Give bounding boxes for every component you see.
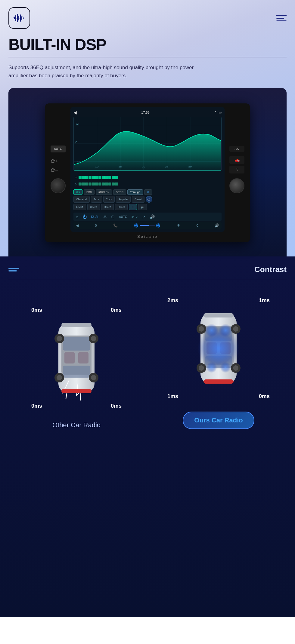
svg-point-50	[199, 365, 204, 371]
contrast-divider	[8, 279, 287, 279]
volume-icon-right[interactable]: 🔊	[150, 214, 155, 219]
screen-top-bar: ◀ 17:55 ⌃ ▭	[73, 110, 222, 115]
screen-status-icons: ⌃ ▭	[214, 111, 222, 115]
bottom-nav-icons: ⌂ ⏻ DUAL ❄ ⊙ AUTO 34°C ↗ 🔊	[76, 214, 155, 219]
eq-plus-button[interactable]: ⊕	[144, 189, 152, 195]
other-timing-top-right: 0ms	[111, 307, 122, 313]
classical-button[interactable]: Classical	[73, 196, 90, 203]
car-icon-button[interactable]: 🚗	[229, 156, 244, 164]
zero-right: 0	[196, 224, 198, 227]
fan-icon[interactable]: ⊙	[111, 214, 115, 219]
window-icon: ▭	[219, 111, 222, 115]
eq-curve-chart: 20 0 -20 10 15 20 25 30	[74, 117, 221, 170]
popular-button[interactable]: Popular	[116, 196, 131, 203]
dts-button[interactable]: dts	[73, 189, 82, 195]
power-icon[interactable]: ⏻	[82, 214, 87, 219]
dual-label: DUAL	[91, 215, 99, 219]
dolby-button[interactable]: ■DOLBY	[96, 189, 112, 195]
fan-left-icon[interactable]: 🌀	[134, 223, 138, 228]
rock-button[interactable]: Rock	[103, 196, 115, 203]
svg-rect-0	[14, 17, 15, 19]
contrast-title: Contrast	[254, 265, 287, 274]
other-car-label: Other Car Radio	[52, 421, 101, 429]
srs-button[interactable]: SRS®	[113, 189, 126, 195]
logo-box	[8, 7, 30, 29]
other-timing-top-left: 0ms	[31, 307, 42, 313]
top-section: BUILT-IN DSP Supports 36EQ adjustment, a…	[0, 0, 295, 256]
svg-text:20: 20	[75, 123, 79, 126]
time-display: 17:55	[141, 111, 150, 114]
other-timing-bottom-left: 0ms	[31, 403, 42, 409]
contrast-icon	[8, 268, 19, 271]
svg-point-36	[91, 375, 96, 380]
our-timing-top-left: 2ms	[167, 297, 178, 304]
back-arrow[interactable]: ◀	[73, 110, 77, 115]
temp-display: 34°C	[132, 215, 138, 218]
auto-label: AUTO	[119, 215, 127, 219]
svg-rect-26	[63, 366, 90, 378]
bottom-section: Contrast 0ms 0ms 0ms 0ms	[0, 256, 295, 617]
dashboard: AUTO ✿+ ✿− ◀ 17:55 ⌃ ▭	[45, 103, 250, 242]
svg-rect-59	[203, 379, 234, 384]
svg-point-57	[202, 332, 235, 365]
minus-button[interactable]: ✿−	[51, 167, 66, 173]
through-button[interactable]: Through	[127, 189, 143, 195]
fan-speed-slider[interactable]	[140, 225, 155, 226]
fan-speed-control: 🌀 🌀	[134, 223, 160, 228]
svg-rect-38	[61, 389, 92, 393]
plus-button[interactable]: ✿+	[51, 158, 66, 164]
wiper-icon-button[interactable]: ⌇	[229, 166, 244, 173]
auto-button[interactable]: AUTO	[51, 146, 66, 152]
svg-rect-27	[64, 352, 75, 363]
home-icon[interactable]: ⌂	[76, 214, 78, 219]
svg-rect-37	[61, 323, 92, 327]
arrow-icon[interactable]: ↗	[142, 214, 145, 219]
main-screen[interactable]: ◀ 17:55 ⌃ ▭	[70, 107, 225, 232]
ac-button[interactable]: A/C	[229, 146, 244, 152]
header-row	[8, 7, 287, 29]
svg-point-32	[91, 336, 96, 341]
user2-button[interactable]: User2	[87, 204, 100, 210]
hero-subtitle: Supports 36EQ adjustment, and the ultra-…	[8, 63, 195, 80]
left-knob[interactable]	[51, 178, 66, 193]
hamburger-menu-button[interactable]	[276, 15, 287, 21]
our-car-label-button[interactable]: Ours Car Radio	[183, 412, 254, 429]
bbe-button[interactable]: BBB	[84, 189, 95, 195]
defrost-icon[interactable]: ❄	[177, 223, 180, 228]
contrast-header: Contrast	[8, 265, 287, 274]
left-panel: AUTO ✿+ ✿−	[49, 107, 67, 232]
our-car-svg	[190, 302, 247, 395]
svg-text:20: 20	[142, 165, 145, 168]
preset-buttons-row: Classical Jazz Rock Popular Reset ⓘ	[73, 196, 222, 203]
eq-effect-buttons: dts BBB ■DOLBY SRS® Through ⊕	[73, 189, 222, 195]
our-car-item: 2ms 1ms 1ms 0ms	[151, 291, 287, 429]
volume-up-icon[interactable]: 🔊	[215, 223, 219, 228]
volume-down-icon[interactable]: 🔉	[138, 204, 147, 210]
dashboard-controls: AUTO ✿+ ✿− ◀ 17:55 ⌃ ▭	[49, 107, 246, 232]
svg-text:15: 15	[118, 165, 122, 168]
svg-text:25: 25	[165, 165, 168, 168]
phone-icon[interactable]: 📞	[113, 223, 118, 228]
reset-button[interactable]: Reset	[132, 196, 144, 203]
user5-button[interactable]: User5	[115, 204, 128, 210]
fan-right-icon[interactable]: 🌀	[156, 223, 160, 228]
title-divider	[8, 57, 287, 57]
our-timing-bottom-right: 0ms	[259, 393, 270, 400]
right-panel: A/C 🚗 ⌇	[228, 107, 246, 232]
jazz-button[interactable]: Jazz	[91, 196, 102, 203]
svg-text:0: 0	[75, 141, 77, 143]
svg-point-46	[199, 326, 204, 332]
other-car-visual: 0ms 0ms 0ms 0ms	[31, 301, 122, 415]
user1-button[interactable]: User1	[73, 204, 86, 210]
svg-point-52	[233, 365, 238, 371]
user3-button[interactable]: User3	[101, 204, 114, 210]
back-button[interactable]: ◀	[76, 223, 79, 228]
add-user-preset-button[interactable]: ＋	[129, 204, 137, 210]
info-button[interactable]: ⓘ	[146, 196, 152, 203]
our-car-visual: 2ms 1ms 1ms 0ms	[173, 291, 264, 406]
other-car-svg	[48, 311, 105, 405]
other-car-item: 0ms 0ms 0ms 0ms	[8, 301, 144, 429]
right-knob[interactable]	[229, 178, 244, 193]
snowflake-icon[interactable]: ❄	[103, 214, 107, 219]
brand-label: Seicane	[49, 234, 246, 239]
